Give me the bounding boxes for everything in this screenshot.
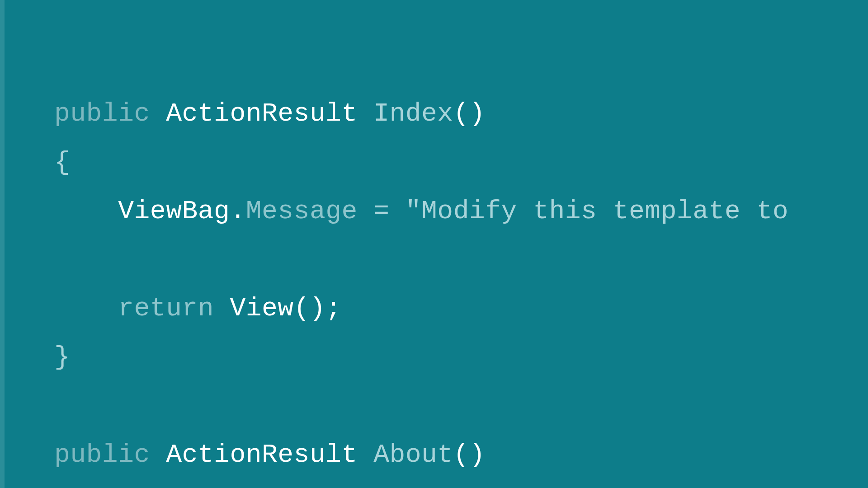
- indent: [54, 197, 118, 226]
- method-index: Index: [373, 99, 453, 128]
- keyword-return: return: [118, 294, 214, 323]
- code-line-2: {: [54, 148, 70, 177]
- string-literal: "Modify this template to: [406, 197, 788, 226]
- code-line-8: public ActionResult About(): [54, 440, 485, 469]
- close-brace: }: [54, 343, 70, 372]
- code-line-5: return View();: [54, 294, 342, 323]
- view-method-call: View: [230, 294, 293, 323]
- dot-operator: .: [230, 197, 245, 226]
- code-line-1: public ActionResult Index(): [54, 99, 485, 128]
- open-brace: {: [54, 148, 70, 177]
- type-actionresult: ActionResult: [166, 440, 358, 469]
- message-property: Message: [246, 197, 358, 226]
- method-about: About: [373, 440, 453, 469]
- type-actionresult: ActionResult: [166, 99, 358, 128]
- keyword-public: public: [54, 99, 150, 128]
- parentheses: (): [453, 440, 486, 469]
- code-editor-content: public ActionResult Index() { ViewBag.Me…: [54, 41, 788, 488]
- equals-operator: =: [358, 197, 406, 226]
- indent: [54, 294, 118, 323]
- parentheses-semicolon: ();: [294, 294, 342, 323]
- code-line-3: ViewBag.Message = "Modify this template …: [54, 197, 788, 226]
- code-line-6: }: [54, 343, 70, 372]
- left-margin-decoration: [0, 0, 5, 488]
- keyword-public: public: [54, 440, 150, 469]
- viewbag-object: ViewBag: [118, 197, 230, 226]
- parentheses: (): [453, 99, 486, 128]
